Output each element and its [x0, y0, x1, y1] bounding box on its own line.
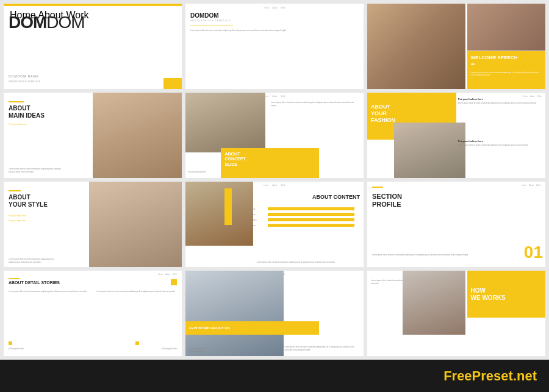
slide5-photo	[185, 93, 265, 152]
slide-5: Home About Work ABOUT CONCEPT SLIDE Lore…	[185, 93, 364, 178]
slide2-title: DOMDOM	[190, 12, 219, 19]
slide-grid: Home About Work DOMDOM DOMDOM NAME PRESE…	[0, 0, 549, 360]
slide9-accent	[372, 187, 383, 188]
slide3-yellow-box: WELCOME SPEECH ““ Lorem ipsum dolor sit …	[467, 51, 545, 89]
slide10-desc1: ■ Description Here	[9, 347, 24, 350]
slide1-subtitle2: PRESENTATION TEMPLATE	[9, 80, 40, 83]
watermark-bar: FreePreset.net	[0, 360, 549, 392]
slide10-text1: Lorem ipsum dolor sit amet consectetur a…	[9, 290, 88, 293]
bar-item: Item Two	[248, 213, 354, 216]
slide10-yellow-line	[9, 278, 20, 279]
slide7-sub1: Put your style here	[9, 215, 26, 217]
slide8-photo	[185, 182, 253, 246]
slide7-sub2: Put your style here	[9, 219, 26, 222]
slide11-yellow-bar: FEW WORD ABOUT US	[185, 321, 319, 335]
nav-item: About	[273, 95, 278, 98]
bar-label: Item Three	[248, 219, 266, 221]
slide10-icon1	[9, 341, 12, 345]
slide9-text: Lorem ipsum dolor sit amet consectetur a…	[372, 254, 470, 257]
slide-4: Home About Work ABOUT MAIN IDEAS Put you…	[4, 93, 182, 178]
bar-fill	[268, 207, 354, 210]
slide5-title: ABOUT CONCEPT SLIDE	[224, 152, 315, 167]
nav-item: About	[273, 7, 278, 9]
slide9-title: SECTION PROFILE	[372, 193, 402, 208]
bar-item: Item One	[248, 207, 354, 210]
slide4-small-text: Put your ideas here	[9, 123, 27, 126]
slide3-photo-left	[367, 4, 465, 89]
slide2-yellow-line	[190, 26, 233, 26]
slide10-yellow-square	[171, 279, 177, 285]
slide1-subtitle: DOMDOM NAME	[9, 74, 39, 78]
slide11-labels: Some Caption Here Some Caption Here	[189, 347, 205, 352]
slide12-yellow-box: HOW WE WORKS	[467, 271, 545, 318]
slide-6: Home About Work ABOUT YOUR FASHION Put y…	[367, 93, 545, 178]
slide6-text-right: Put your fashion here Lorem ipsum dolor …	[458, 98, 542, 104]
bar-item: Item Four	[248, 224, 354, 227]
bar-label: Item Two	[248, 213, 266, 216]
slide4-photo	[93, 93, 182, 178]
slide-12: Home About Work Lorem ipsum dolor sit am…	[367, 271, 545, 356]
slide1-yellow-bar	[4, 4, 182, 6]
slide2-subtitle: PRESENTATION TEMPLATE	[190, 20, 231, 22]
slide3-text: Lorem ipsum dolor sit amet consectetur a…	[471, 71, 542, 76]
nav-item: About	[529, 184, 534, 187]
slide-7: Home About Work ABOUT YOUR STYLE Put you…	[4, 182, 182, 267]
slide10-desc2: ■ Description Here	[162, 347, 177, 350]
slide8-text: Lorem ipsum dolor sit amet consectetur a…	[257, 261, 360, 264]
slide-3: Home About WELCOME SPEECH ““ Lorem ipsum…	[367, 4, 545, 89]
nav-item: About	[273, 184, 278, 187]
slide1-title: DOMDOM	[9, 13, 85, 32]
bar-item: Item Three	[248, 218, 354, 221]
watermark-text: FreePreset.net	[443, 368, 537, 384]
slide10-text2: Lorem ipsum dolor sit amet consectetur a…	[97, 290, 177, 293]
slide9-nav: Home About Work	[522, 184, 540, 187]
slide7-yellow-line	[9, 190, 21, 191]
slide11-photo	[185, 271, 284, 356]
slide9-number: 01	[524, 243, 543, 262]
slide12-photo	[403, 271, 465, 335]
slide-10: Home About Work ABOUT DETAIL STORIES Lor…	[4, 271, 182, 356]
slide4-yellow-line	[9, 101, 24, 102]
watermark-prefix: FreePreset	[443, 368, 513, 383]
slide7-photo	[89, 182, 182, 267]
bar-fill	[268, 224, 354, 227]
bar-fill	[268, 218, 354, 221]
slide1-yellow-rect	[163, 78, 182, 89]
nav-item: Work	[281, 184, 285, 187]
slide-1: Home About Work DOMDOM DOMDOM NAME PRESE…	[4, 4, 182, 89]
slide-8: Home About Work ABOUT CONTENT Item One I…	[185, 182, 364, 267]
nav-item: Work	[281, 95, 285, 98]
slide10-icon2	[135, 341, 139, 345]
slide2-text: Lorem ipsum dolor sit amet consectetur a…	[190, 29, 359, 32]
slide11-title: FEW WORD ABOUT US	[189, 326, 230, 330]
slide1-title-light: DOM	[46, 13, 84, 32]
slide7-body: Lorem ipsum dolor sit amet consectetur a…	[9, 258, 60, 263]
nav-item: About	[165, 273, 170, 276]
slide3-title: WELCOME SPEECH	[471, 55, 542, 61]
slide6-text-right2: Put your fashion here Lorem ipsum dolor …	[458, 140, 542, 146]
watermark-suffix: .net	[513, 368, 537, 383]
slide-2: Home About Work DOMDOM PRESENTATION TEMP…	[185, 4, 364, 89]
slide8-yellow-rect	[224, 188, 232, 225]
slide-11: Home About Work FEW WORD ABOUT US Lorem …	[185, 271, 364, 356]
nav-item: Work	[281, 7, 285, 9]
slide7-title: ABOUT YOUR STYLE	[9, 194, 48, 208]
slide-9: Home About Work SECTION PROFILE 01 Lorem…	[367, 182, 545, 267]
slide2-nav: Home About Work	[185, 7, 364, 9]
slide5-text: Lorem ipsum dolor sit amet consectetur a…	[271, 101, 360, 107]
slide3-quote: ““	[471, 62, 542, 69]
slide5-yellow-box: ABOUT CONCEPT SLIDE	[221, 148, 319, 178]
bar-label: Item Four	[248, 224, 266, 227]
slide4-title: ABOUT MAIN IDEAS	[9, 105, 45, 119]
nav-item: Home	[522, 184, 526, 187]
slide8-title: ABOUT CONTENT	[312, 194, 360, 200]
nav-item: Home	[264, 7, 269, 9]
slide12-title: HOW WE WORKS	[471, 287, 542, 302]
slide10-nav: Home About Work	[158, 273, 177, 276]
slide8-bars: Item One Item Two Item Three Item Four	[248, 207, 354, 229]
slide6-title: ABOUT YOUR FASHION	[371, 104, 453, 123]
slide10-title: ABOUT DETAIL STORIES	[9, 280, 60, 285]
nav-item: Home	[158, 273, 163, 276]
nav-item: Work	[536, 184, 540, 187]
bar-fill	[268, 213, 354, 216]
